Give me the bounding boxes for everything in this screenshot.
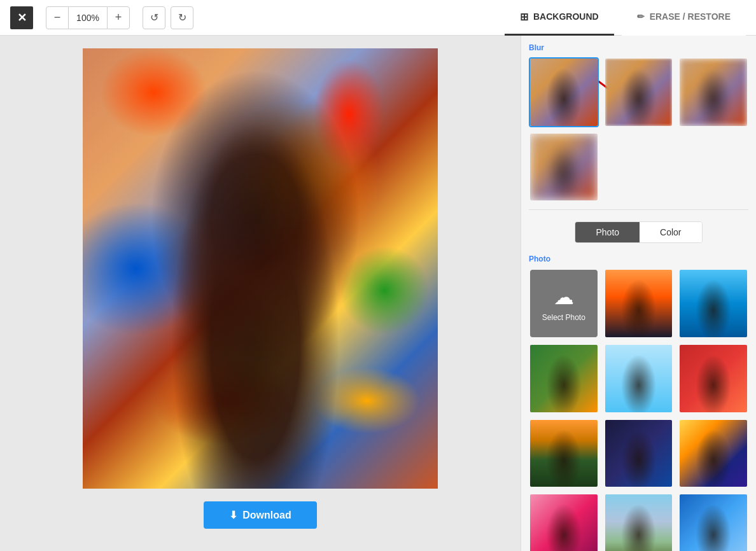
right-panel-scroll[interactable]: Blur — [521, 36, 756, 551]
photo-thumbnail-ocean[interactable] — [678, 269, 748, 338]
upload-icon: ☁ — [554, 285, 574, 309]
photo-thumbnail-red[interactable] — [678, 344, 748, 414]
download-area: ⬇ Download — [204, 489, 316, 529]
main-content: ⬇ Download Blur — [0, 36, 756, 551]
photo-thumbnail-pink[interactable] — [529, 493, 599, 551]
layers-icon: ⊞ — [520, 11, 528, 23]
undo-button[interactable]: ↺ — [143, 6, 165, 29]
zoom-value-display: 100% — [69, 6, 107, 29]
photo-section-label: Photo — [529, 255, 748, 263]
blur-thumbnail-0[interactable] — [529, 57, 599, 127]
photo-thumbnail-forest[interactable] — [529, 344, 599, 414]
tab-erase[interactable]: ✏ ERASE / RESTORE — [622, 0, 746, 36]
history-controls: ↺ ↻ — [143, 6, 193, 29]
right-panel: Blur — [521, 36, 756, 551]
toggle-color-button[interactable]: Color — [640, 222, 701, 242]
image-canvas — [83, 48, 438, 489]
photo-thumbnail-mountain2[interactable] — [604, 493, 674, 551]
zoom-controls: − 100% + — [46, 6, 130, 29]
blur-section-label: Blur — [529, 43, 748, 52]
blur-thumbnail-1[interactable] — [604, 57, 674, 127]
photo-color-toggle: Photo Color — [575, 221, 702, 243]
photo-thumbnail-city[interactable] — [678, 419, 748, 489]
photo-preview — [83, 48, 438, 489]
photo-thumbnail-sky[interactable] — [604, 344, 674, 414]
select-photo-cell[interactable]: ☁ Select Photo — [529, 269, 599, 338]
blur-thumbnail-3[interactable] — [529, 132, 599, 202]
close-button[interactable]: ✕ — [10, 6, 33, 29]
photo-thumbnail-blue-city[interactable] — [678, 493, 748, 551]
zoom-in-button[interactable]: + — [107, 6, 130, 29]
toolbar: ✕ − 100% + ↺ ↻ ⊞ BACKGROUND ✏ ERASE / RE… — [0, 0, 756, 36]
blur-thumbnails-grid — [529, 57, 748, 202]
eraser-icon: ✏ — [637, 11, 645, 22]
download-icon: ⬇ — [229, 509, 237, 521]
right-panel-wrapper: Blur — [521, 36, 756, 551]
photo-thumbnail-mountain[interactable] — [529, 419, 599, 489]
blur-thumbnail-2[interactable] — [678, 57, 748, 127]
photo-thumbnails-grid: ☁ Select Photo — [529, 269, 748, 551]
canvas-area: ⬇ Download — [0, 36, 521, 551]
section-divider — [529, 209, 748, 210]
redo-button[interactable]: ↻ — [171, 6, 193, 29]
toggle-photo-button[interactable]: Photo — [575, 222, 640, 242]
photo-thumbnail-sunset[interactable] — [604, 269, 674, 338]
zoom-out-button[interactable]: − — [46, 6, 69, 29]
photo-thumbnail-dark-blue[interactable] — [604, 419, 674, 489]
download-button[interactable]: ⬇ Download — [204, 501, 316, 529]
tab-background[interactable]: ⊞ BACKGROUND — [505, 0, 614, 36]
